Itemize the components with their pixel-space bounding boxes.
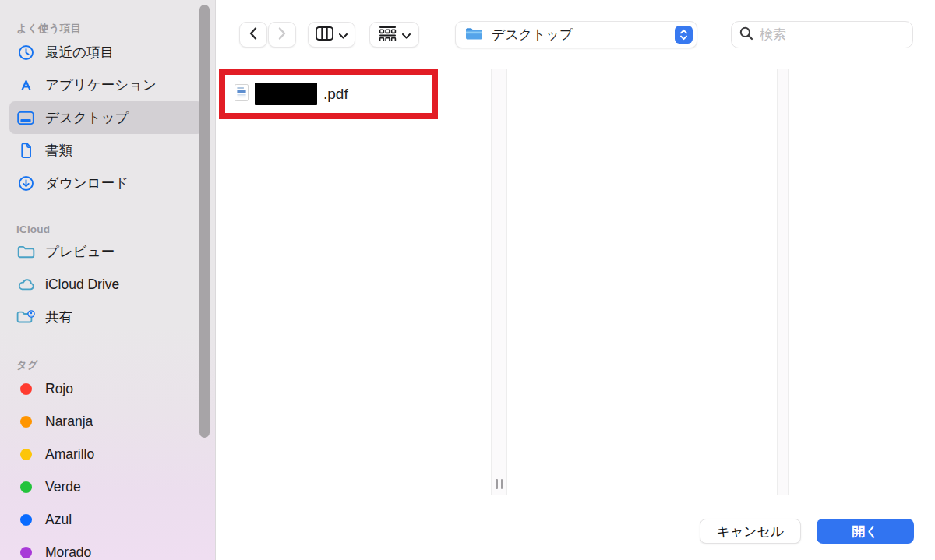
sidebar-item-shared[interactable]: 共有 bbox=[9, 301, 203, 333]
stepper-chevrons-icon[interactable] bbox=[675, 26, 693, 44]
search-icon bbox=[739, 26, 753, 44]
tag-dot-orange-icon bbox=[16, 412, 35, 431]
group-by-icon bbox=[379, 26, 397, 44]
sidebar-tag-azul[interactable]: Azul bbox=[9, 503, 203, 536]
sidebar-item-downloads[interactable]: ダウンロード bbox=[9, 167, 203, 199]
chevron-left-icon bbox=[249, 26, 258, 44]
sidebar-scrollbar[interactable] bbox=[199, 5, 210, 438]
sidebar-item-label: Rojo bbox=[45, 381, 73, 397]
column-divider bbox=[777, 69, 789, 495]
document-icon bbox=[16, 141, 35, 160]
clock-icon bbox=[16, 43, 35, 62]
sidebar-item-label: 共有 bbox=[45, 308, 72, 326]
sidebar-tag-morado[interactable]: Morado bbox=[9, 536, 203, 560]
download-icon bbox=[16, 174, 35, 192]
red-highlight-annotation: .pdf bbox=[219, 69, 438, 119]
desktop-icon bbox=[16, 108, 35, 127]
chevron-down-icon bbox=[339, 28, 348, 42]
sidebar-item-applications[interactable]: アプリケーション bbox=[9, 69, 203, 101]
sidebar-item-label: プレビュー bbox=[45, 242, 115, 261]
tag-dot-yellow-icon bbox=[16, 445, 35, 463]
sidebar-item-label: 最近の項目 bbox=[45, 43, 114, 62]
sidebar-item-label: Morado bbox=[45, 544, 91, 560]
sidebar-tag-verde[interactable]: Verde bbox=[9, 470, 203, 503]
back-button[interactable] bbox=[239, 22, 267, 48]
sidebar-item-label: iCloud Drive bbox=[45, 276, 119, 293]
sidebar-item-label: Amarillo bbox=[45, 446, 94, 463]
tag-dot-purple-icon bbox=[16, 543, 35, 560]
sidebar-section-tags-header: タグ bbox=[0, 352, 215, 372]
open-button[interactable]: 開く bbox=[817, 519, 914, 544]
location-dropdown[interactable]: デスクトップ bbox=[455, 21, 697, 48]
column-view-button[interactable] bbox=[308, 22, 355, 48]
search-input[interactable] bbox=[760, 27, 905, 43]
column-divider bbox=[491, 69, 507, 495]
sidebar-item-preview[interactable]: プレビュー bbox=[9, 235, 203, 268]
sidebar-item-label: Azul bbox=[45, 512, 72, 528]
sidebar-item-label: Verde bbox=[45, 479, 81, 495]
sidebar-item-label: 書類 bbox=[45, 141, 72, 160]
sidebar-item-label: ダウンロード bbox=[45, 174, 129, 192]
shared-folder-icon bbox=[16, 308, 35, 326]
app-store-icon bbox=[16, 76, 35, 94]
blue-folder-icon bbox=[464, 26, 484, 44]
sidebar-tag-rojo[interactable]: Rojo bbox=[9, 372, 203, 405]
sidebar-section-favorites-header: よく使う項目 bbox=[0, 16, 215, 36]
sidebar: よく使う項目 最近の項目 アプリケーション デスクトップ 書類 bbox=[0, 0, 216, 560]
sidebar-item-icloud-drive[interactable]: iCloud Drive bbox=[9, 268, 203, 301]
sidebar-tag-naranja[interactable]: Naranja bbox=[9, 405, 203, 438]
file-item-pdf[interactable]: .pdf bbox=[323, 86, 348, 103]
chevron-down-icon bbox=[402, 28, 411, 42]
file-open-dialog: よく使う項目 最近の項目 アプリケーション デスクトップ 書類 bbox=[0, 0, 935, 560]
redacted-file-name bbox=[255, 83, 317, 105]
chevron-right-icon bbox=[277, 26, 287, 44]
pdf-file-icon bbox=[235, 84, 249, 104]
folder-icon bbox=[16, 242, 35, 261]
search-field[interactable] bbox=[731, 21, 913, 48]
sidebar-item-label: Naranja bbox=[45, 414, 93, 430]
cancel-button[interactable]: キャンセル bbox=[700, 519, 801, 544]
sidebar-tag-amarillo[interactable]: Amarillo bbox=[9, 438, 203, 470]
group-by-button[interactable] bbox=[369, 22, 419, 48]
sidebar-item-desktop[interactable]: デスクトップ bbox=[9, 101, 203, 134]
sidebar-item-label: デスクトップ bbox=[45, 108, 129, 127]
forward-button[interactable] bbox=[268, 22, 296, 48]
tag-dot-blue-icon bbox=[16, 510, 35, 529]
sidebar-item-recents[interactable]: 最近の項目 bbox=[9, 36, 203, 69]
sidebar-item-label: アプリケーション bbox=[45, 76, 157, 94]
location-label: デスクトップ bbox=[492, 26, 667, 44]
sidebar-section-icloud-header: iCloud bbox=[0, 215, 215, 235]
cloud-icon bbox=[16, 275, 35, 294]
tag-dot-red-icon bbox=[16, 379, 35, 398]
tag-dot-green-icon bbox=[16, 477, 35, 496]
column-resize-handle[interactable] bbox=[494, 478, 504, 489]
columns-view-icon bbox=[316, 26, 333, 44]
sidebar-item-documents[interactable]: 書類 bbox=[9, 134, 203, 167]
